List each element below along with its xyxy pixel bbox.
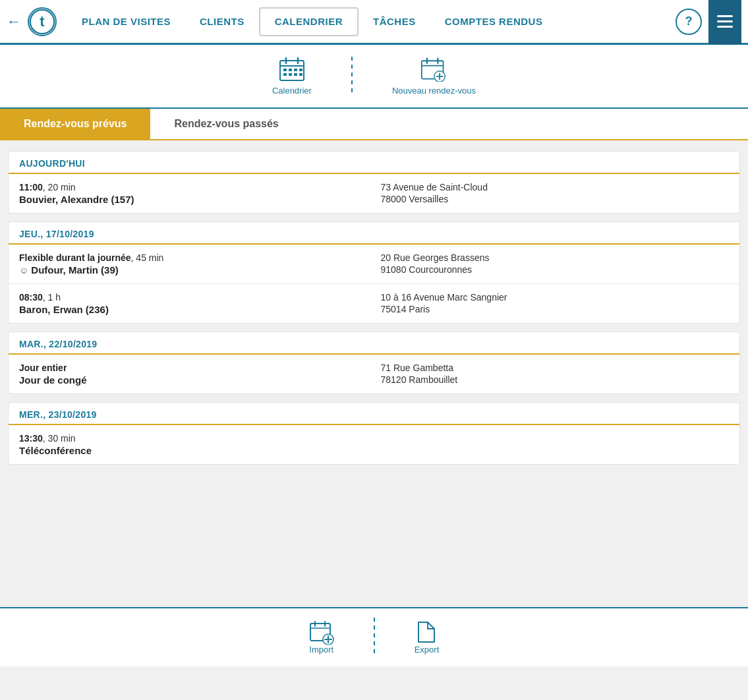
day-group-23-10: MER., 23/10/2019 13:30, 30 min Téléconfé…: [8, 402, 740, 465]
tab-rendez-vous-passes[interactable]: Rendez-vous passés: [150, 109, 302, 139]
calendrier-label: Calendrier: [272, 86, 312, 96]
appt-addr2-bouvier: 78000 Versailles: [381, 194, 730, 204]
bottom-bar: Import Export: [0, 607, 748, 666]
appt-left-bouvier: 11:00, 20 min Bouvier, Alexandre (157): [19, 182, 381, 205]
appt-name-dufour: ☺ Dufour, Martin (39): [19, 264, 368, 276]
hamburger-line-3: [717, 26, 733, 28]
appt-addr1-conge: 71 Rue Gambetta: [381, 363, 730, 373]
day-header-23-10: MER., 23/10/2019: [9, 403, 739, 425]
svg-rect-9: [299, 69, 302, 71]
appt-right-conge: 71 Rue Gambetta 78120 Rambouillet: [381, 363, 730, 385]
import-label: Import: [309, 645, 333, 655]
svg-text:t: t: [40, 13, 44, 30]
hamburger-line-1: [717, 15, 733, 17]
svg-rect-13: [299, 73, 302, 76]
import-icon: [309, 621, 334, 645]
day-header-17-10: JEU., 17/10/2019: [9, 222, 739, 245]
calendar-icon: [279, 57, 305, 82]
nav-item-comptes-rendus[interactable]: COMPTES RENDUS: [430, 0, 558, 44]
appt-time-bouvier: 11:00, 20 min: [19, 182, 368, 192]
nav-items: PLAN DE VISITES CLIENTS CALENDRIER TÂCHE…: [67, 0, 676, 44]
appointment-dufour[interactable]: Flexible durant la journée, 45 min ☺ Duf…: [9, 245, 739, 284]
svg-rect-8: [294, 69, 297, 71]
appt-right-teleconference: [381, 433, 730, 434]
nav-item-taches[interactable]: TÂCHES: [359, 0, 430, 44]
appt-time-teleconference: 13:30, 30 min: [19, 433, 368, 444]
toolbar-nouveau-rdv[interactable]: Nouveau rendez-vous: [353, 51, 515, 101]
appt-time-conge: Jour entier: [19, 363, 368, 373]
nouveau-rdv-label: Nouveau rendez-vous: [392, 86, 476, 96]
export-icon: [415, 621, 438, 645]
appointment-conge[interactable]: Jour entier Jour de congé 71 Rue Gambett…: [9, 355, 739, 394]
app-logo: t: [28, 7, 57, 36]
nav-item-calendrier[interactable]: CALENDRIER: [259, 7, 359, 36]
tabs-bar: Rendez-vous prévus Rendez-vous passés: [0, 109, 748, 140]
help-button[interactable]: ?: [676, 9, 702, 35]
appt-name-baron: Baron, Erwan (236): [19, 304, 368, 315]
appt-time-baron: 08:30, 1 h: [19, 292, 368, 303]
menu-button[interactable]: [708, 0, 741, 44]
appt-addr2-baron: 75014 Paris: [381, 304, 730, 314]
bottom-export[interactable]: Export: [375, 618, 479, 657]
appt-name-conge: Jour de congé: [19, 374, 368, 386]
back-button[interactable]: ←: [7, 13, 21, 30]
appt-left-dufour: Flexible durant la journée, 45 min ☺ Duf…: [19, 252, 381, 276]
day-group-17-10: JEU., 17/10/2019 Flexible durant la jour…: [8, 221, 740, 324]
day-header-today: AUJOURD'HUI: [9, 152, 739, 174]
smile-icon: ☺: [19, 265, 28, 276]
day-header-22-10: MAR., 22/10/2019: [9, 332, 739, 355]
appt-right-bouvier: 73 Avenue de Saint-Cloud 78000 Versaille…: [381, 182, 730, 204]
nav-item-plan-de-visites[interactable]: PLAN DE VISITES: [67, 0, 185, 44]
svg-rect-11: [289, 73, 292, 76]
appt-left-teleconference: 13:30, 30 min Téléconférence: [19, 433, 381, 456]
day-group-22-10: MAR., 22/10/2019 Jour entier Jour de con…: [8, 332, 740, 394]
bottom-import[interactable]: Import: [270, 618, 374, 657]
day-group-today: AUJOURD'HUI 11:00, 20 min Bouvier, Alexa…: [8, 151, 740, 214]
appt-addr2-dufour: 91080 Courcouronnes: [381, 264, 730, 275]
appointment-teleconference[interactable]: 13:30, 30 min Téléconférence: [9, 425, 739, 464]
appointment-baron[interactable]: 08:30, 1 h Baron, Erwan (236) 10 à 16 Av…: [9, 284, 739, 323]
hamburger-line-2: [717, 20, 733, 22]
appt-left-baron: 08:30, 1 h Baron, Erwan (236): [19, 292, 381, 315]
appt-time-dufour: Flexible durant la journée, 45 min: [19, 252, 368, 263]
appt-addr1-dufour: 20 Rue Georges Brassens: [381, 252, 730, 263]
toolbar: Calendrier Nouveau rendez-vous: [0, 45, 748, 109]
svg-rect-12: [294, 73, 297, 76]
appt-addr2-conge: 78120 Rambouillet: [381, 374, 730, 385]
svg-rect-6: [283, 69, 287, 71]
nav-right: ?: [676, 0, 741, 44]
nav-item-clients[interactable]: CLIENTS: [185, 0, 259, 44]
top-navigation: ← t PLAN DE VISITES CLIENTS CALENDRIER T…: [0, 0, 748, 45]
appt-name-bouvier: Bouvier, Alexandre (157): [19, 194, 368, 205]
content-area: AUJOURD'HUI 11:00, 20 min Bouvier, Alexa…: [0, 146, 748, 607]
new-rdv-icon: [420, 57, 447, 82]
appt-addr1-bouvier: 73 Avenue de Saint-Cloud: [381, 182, 730, 192]
toolbar-calendrier[interactable]: Calendrier: [233, 51, 351, 101]
tab-rendez-vous-prevus[interactable]: Rendez-vous prévus: [0, 109, 150, 139]
export-label: Export: [415, 645, 440, 655]
appt-left-conge: Jour entier Jour de congé: [19, 363, 381, 386]
appointment-bouvier[interactable]: 11:00, 20 min Bouvier, Alexandre (157) 7…: [9, 174, 739, 213]
appt-addr1-baron: 10 à 16 Avenue Marc Sangnier: [381, 292, 730, 303]
svg-rect-10: [283, 73, 287, 76]
svg-rect-7: [289, 69, 292, 71]
appt-right-baron: 10 à 16 Avenue Marc Sangnier 75014 Paris: [381, 292, 730, 314]
appt-right-dufour: 20 Rue Georges Brassens 91080 Courcouron…: [381, 252, 730, 275]
appt-name-teleconference: Téléconférence: [19, 445, 368, 456]
